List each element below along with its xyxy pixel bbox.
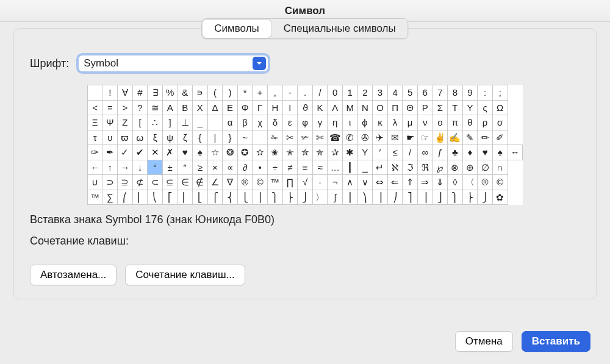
symbol-cell[interactable]: ⎜ xyxy=(132,190,148,205)
symbol-cell[interactable]: Y xyxy=(462,100,478,115)
symbol-cell[interactable]: ∃ xyxy=(148,85,163,101)
symbol-cell[interactable]: < xyxy=(87,100,102,115)
symbol-cell[interactable]: ∠ xyxy=(207,175,223,190)
symbol-cell[interactable]: Γ xyxy=(253,100,268,115)
symbol-cell[interactable]: ∍ xyxy=(193,85,208,101)
symbol-cell[interactable]: υ xyxy=(102,130,118,145)
symbol-cell[interactable]: ¬ xyxy=(328,175,343,190)
symbol-cell[interactable]: × xyxy=(207,160,223,175)
symbol-cell[interactable]: ┃ xyxy=(342,160,357,175)
symbol-cell[interactable]: ν xyxy=(417,115,432,130)
symbol-cell[interactable]: ÷ xyxy=(268,160,283,175)
symbol-cell[interactable]: ≥ xyxy=(193,160,208,175)
symbol-cell[interactable]: Λ xyxy=(328,100,343,115)
symbol-cell[interactable]: 7 xyxy=(432,85,448,101)
symbol-cell[interactable]: > xyxy=(118,100,133,115)
symbol-cell[interactable]: ⎥ xyxy=(417,190,432,205)
symbol-cell[interactable]: Ω xyxy=(492,100,508,115)
symbol-cell[interactable]: Υ xyxy=(357,145,373,160)
symbol-cell[interactable]: ⎞ xyxy=(357,190,373,205)
symbol-cell[interactable]: ♦ xyxy=(462,145,478,160)
symbol-cell[interactable]: ∩ xyxy=(492,160,508,175)
symbol-cell[interactable]: ± xyxy=(162,160,178,175)
symbol-cell[interactable]: ⇑ xyxy=(403,175,418,190)
symbol-cell[interactable]: η xyxy=(328,115,343,130)
symbol-cell[interactable]: * xyxy=(237,85,253,101)
symbol-cell[interactable]: ∉ xyxy=(193,175,208,190)
symbol-cell[interactable]: ✭ xyxy=(282,145,298,160)
symbol-cell[interactable]: ⇓ xyxy=(432,175,448,190)
symbol-cell[interactable]: ⎭ xyxy=(298,190,313,205)
symbol-cell[interactable]: ✐ xyxy=(492,130,508,145)
symbol-cell[interactable]: ♥ xyxy=(178,145,193,160)
symbol-cell[interactable]: ⎫ xyxy=(448,190,463,205)
symbol-cell[interactable]: μ xyxy=(403,115,418,130)
symbol-cell[interactable]: ( xyxy=(207,85,223,101)
symbol-cell[interactable]: ρ xyxy=(478,115,493,130)
symbol-cell[interactable]: ? xyxy=(132,100,148,115)
symbol-cell[interactable]: ≅ xyxy=(148,100,163,115)
symbol-cell[interactable]: ♠ xyxy=(193,145,208,160)
symbol-cell[interactable]: / xyxy=(312,85,328,101)
symbol-cell[interactable]: 8 xyxy=(448,85,463,101)
symbol-cell[interactable]: N xyxy=(357,100,373,115)
symbol-cell[interactable]: ✃ xyxy=(298,130,313,145)
symbol-cell[interactable]: ξ xyxy=(148,130,163,145)
symbol-cell[interactable]: ⎫ xyxy=(268,190,283,205)
symbol-cell[interactable]: H xyxy=(268,100,283,115)
symbol-cell[interactable]: ≡ xyxy=(298,160,313,175)
symbol-cell[interactable]: , xyxy=(268,85,283,101)
symbol-cell[interactable]: ! xyxy=(102,85,118,101)
symbol-cell[interactable]: ε xyxy=(282,115,298,130)
symbol-cell[interactable]: ↔ xyxy=(508,145,523,160)
symbol-cell[interactable]: { xyxy=(193,130,208,145)
symbol-cell[interactable]: ⎠ xyxy=(387,190,403,205)
symbol-cell[interactable]: A xyxy=(162,100,178,115)
symbol-cell[interactable]: ✪ xyxy=(237,145,253,160)
symbol-cell[interactable]: → xyxy=(118,160,133,175)
symbol-cell[interactable]: ψ xyxy=(162,130,178,145)
symbol-cell[interactable]: ◊ xyxy=(448,175,463,190)
symbol-cell[interactable]: T xyxy=(448,100,463,115)
symbol-cell[interactable]: ✿ xyxy=(492,190,508,205)
symbol-cell[interactable]: 2 xyxy=(357,85,373,101)
symbol-cell[interactable]: ⊥ xyxy=(178,115,193,130)
symbol-cell[interactable]: ✮ xyxy=(298,145,313,160)
symbol-cell[interactable]: ⎬ xyxy=(462,190,478,205)
symbol-cell[interactable]: ⎡ xyxy=(162,190,178,205)
symbol-cell[interactable]: ⎛ xyxy=(118,190,133,205)
symbol-cell[interactable]: 5 xyxy=(403,85,418,101)
symbol-cell[interactable]: Z xyxy=(118,115,133,130)
symbol-cell[interactable]: - xyxy=(282,85,298,101)
symbol-cell[interactable]: ✁ xyxy=(268,130,283,145)
symbol-cell[interactable]: ⎨ xyxy=(223,190,238,205)
symbol-cell[interactable]: ⇐ xyxy=(387,175,403,190)
symbol-cell[interactable]: 〉 xyxy=(312,190,328,205)
symbol-cell[interactable]: χ xyxy=(253,115,268,130)
symbol-cell[interactable]: ✎ xyxy=(462,130,478,145)
symbol-cell[interactable]: ℜ xyxy=(417,160,432,175)
symbol-cell[interactable]: β xyxy=(237,115,253,130)
symbol-cell[interactable]: ∪ xyxy=(87,175,102,190)
symbol-cell[interactable]: ∨ xyxy=(357,175,373,190)
symbol-cell[interactable]: ≠ xyxy=(282,160,298,175)
symbol-cell[interactable]: P xyxy=(417,100,432,115)
symbol-cell[interactable]: 6 xyxy=(417,85,432,101)
symbol-cell[interactable]: Ψ xyxy=(102,115,118,130)
symbol-cell[interactable]: ⊃ xyxy=(102,175,118,190)
symbol-cell[interactable]: M xyxy=(342,100,357,115)
symbol-cell[interactable]: ⇒ xyxy=(417,175,432,190)
symbol-cell[interactable]: ⎪ xyxy=(253,190,268,205)
symbol-cell[interactable]: ∂ xyxy=(237,160,253,175)
symbol-cell[interactable]: ς xyxy=(478,100,493,115)
autocorrect-button[interactable]: Автозамена... xyxy=(30,265,117,285)
symbol-cell[interactable]: ✂ xyxy=(282,130,298,145)
symbol-cell[interactable]: } xyxy=(223,130,238,145)
symbol-cell[interactable]: ⎟ xyxy=(373,190,388,205)
symbol-cell[interactable]: ⎬ xyxy=(282,190,298,205)
symbol-cell[interactable]: ⊂ xyxy=(148,175,163,190)
symbol-cell[interactable]: ✑ xyxy=(87,145,102,160)
symbol-cell[interactable]: ℵ xyxy=(387,160,403,175)
symbol-cell[interactable]: ϖ xyxy=(118,130,133,145)
symbol-cell[interactable]: ™ xyxy=(87,190,102,205)
